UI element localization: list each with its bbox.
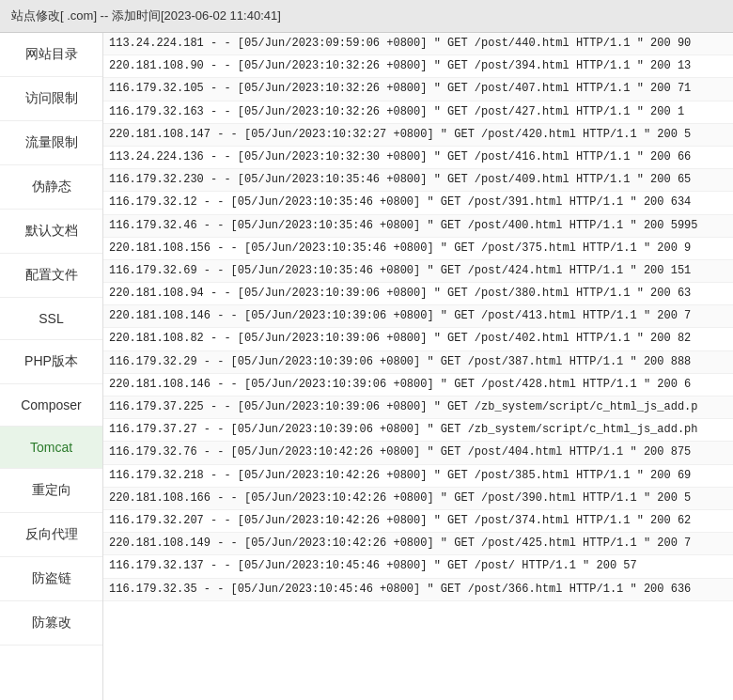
sidebar-item-2[interactable]: 流量限制 bbox=[0, 121, 102, 165]
sidebar-item-13[interactable]: 防篡改 bbox=[0, 601, 102, 646]
log-row: 116.179.32.105 - - [05/Jun/2023:10:32:26… bbox=[103, 78, 733, 101]
log-row: 116.179.37.27 - - [05/Jun/2023:10:39:06 … bbox=[103, 419, 733, 442]
log-row: 116.179.32.29 - - [05/Jun/2023:10:39:06 … bbox=[103, 351, 733, 374]
log-row: 220.181.108.82 - - [05/Jun/2023:10:39:06… bbox=[103, 328, 733, 350]
sidebar-item-12[interactable]: 防盗链 bbox=[0, 557, 102, 601]
sidebar-item-6[interactable]: SSL bbox=[0, 298, 102, 340]
title-bar: 站点修改[ .com] -- 添加时间[2023-06-02 11:40:41] bbox=[0, 0, 733, 33]
log-row: 116.179.32.35 - - [05/Jun/2023:10:45:46 … bbox=[103, 579, 733, 601]
sidebar-item-4[interactable]: 默认文档 bbox=[0, 210, 102, 254]
log-row: 220.181.108.94 - - [05/Jun/2023:10:39:06… bbox=[103, 283, 733, 305]
log-row: 116.179.32.207 - - [05/Jun/2023:10:42:26… bbox=[103, 510, 733, 533]
log-row: 220.181.108.166 - - [05/Jun/2023:10:42:2… bbox=[103, 488, 733, 510]
log-row: 116.179.32.218 - - [05/Jun/2023:10:42:26… bbox=[103, 465, 733, 488]
log-row: 113.24.224.181 - - [05/Jun/2023:09:59:06… bbox=[103, 33, 733, 55]
sidebar-item-9[interactable]: Tomcat bbox=[0, 427, 102, 469]
log-row: 220.181.108.156 - - [05/Jun/2023:10:35:4… bbox=[103, 238, 733, 260]
sidebar-item-5[interactable]: 配置文件 bbox=[0, 254, 102, 298]
content-area: 113.24.224.181 - - [05/Jun/2023:09:59:06… bbox=[103, 33, 733, 700]
log-row: 116.179.32.46 - - [05/Jun/2023:10:35:46 … bbox=[103, 215, 733, 238]
sidebar-item-11[interactable]: 反向代理 bbox=[0, 513, 102, 557]
log-row: 116.179.32.76 - - [05/Jun/2023:10:42:26 … bbox=[103, 442, 733, 464]
log-row: 220.181.108.146 - - [05/Jun/2023:10:39:0… bbox=[103, 374, 733, 397]
sidebar: 网站目录访问限制流量限制伪静态默认文档配置文件SSLPHP版本ComposerT… bbox=[0, 33, 103, 700]
log-row: 116.179.32.163 - - [05/Jun/2023:10:32:26… bbox=[103, 101, 733, 124]
log-row: 220.181.108.146 - - [05/Jun/2023:10:39:0… bbox=[103, 305, 733, 328]
sidebar-item-0[interactable]: 网站目录 bbox=[0, 33, 102, 77]
sidebar-item-8[interactable]: Composer bbox=[0, 384, 102, 427]
log-container[interactable]: 113.24.224.181 - - [05/Jun/2023:09:59:06… bbox=[103, 33, 733, 700]
log-row: 220.181.108.90 - - [05/Jun/2023:10:32:26… bbox=[103, 55, 733, 78]
log-row: 116.179.32.230 - - [05/Jun/2023:10:35:46… bbox=[103, 169, 733, 192]
sidebar-item-10[interactable]: 重定向 bbox=[0, 469, 102, 513]
title-text: 站点修改[ .com] -- 添加时间[2023-06-02 11:40:41] bbox=[11, 8, 281, 23]
sidebar-item-3[interactable]: 伪静态 bbox=[0, 165, 102, 210]
sidebar-item-7[interactable]: PHP版本 bbox=[0, 340, 102, 384]
log-row: 116.179.32.69 - - [05/Jun/2023:10:35:46 … bbox=[103, 260, 733, 283]
main-layout: 网站目录访问限制流量限制伪静态默认文档配置文件SSLPHP版本ComposerT… bbox=[0, 33, 733, 700]
log-row: 116.179.37.225 - - [05/Jun/2023:10:39:06… bbox=[103, 397, 733, 419]
log-row: 220.181.108.149 - - [05/Jun/2023:10:42:2… bbox=[103, 533, 733, 555]
log-row: 116.179.32.137 - - [05/Jun/2023:10:45:46… bbox=[103, 555, 733, 578]
log-row: 113.24.224.136 - - [05/Jun/2023:10:32:30… bbox=[103, 147, 733, 169]
log-row: 220.181.108.147 - - [05/Jun/2023:10:32:2… bbox=[103, 124, 733, 147]
log-row: 116.179.32.12 - - [05/Jun/2023:10:35:46 … bbox=[103, 192, 733, 214]
sidebar-item-1[interactable]: 访问限制 bbox=[0, 77, 102, 121]
